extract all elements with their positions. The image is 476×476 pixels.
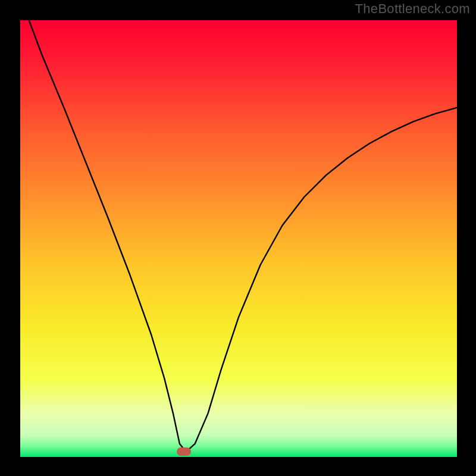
chart-frame: TheBottleneck.com — [0, 0, 476, 476]
plot-area — [20, 20, 457, 457]
optimal-point-marker — [177, 447, 191, 456]
bottleneck-curve — [20, 20, 457, 457]
watermark-text: TheBottleneck.com — [355, 1, 470, 17]
